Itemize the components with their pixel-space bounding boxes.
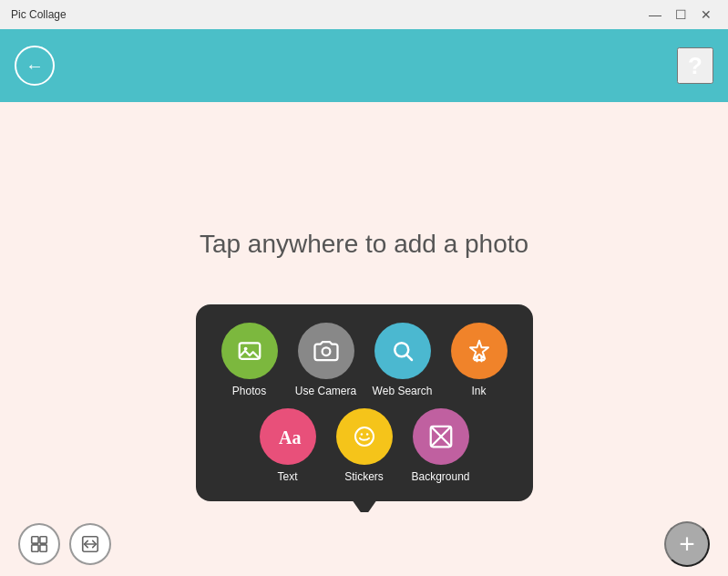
main-content[interactable]: Tap anywhere to add a photo Photos [0, 102, 728, 576]
svg-text:Aa: Aa [279, 427, 301, 447]
stickers-label: Stickers [344, 470, 384, 483]
use-camera-label: Use Camera [295, 385, 356, 397]
svg-point-2 [322, 347, 330, 355]
menu-item-web-search[interactable]: Web Search [371, 323, 435, 397]
share-icon [80, 534, 100, 554]
ink-icon [466, 337, 493, 365]
stickers-icon [351, 423, 378, 450]
bottom-bar: + [0, 512, 728, 576]
help-icon: ? [688, 52, 702, 80]
svg-point-7 [360, 433, 363, 436]
close-button[interactable]: ✕ [695, 5, 717, 24]
photos-icon-circle [221, 323, 278, 379]
grid-view-button[interactable] [18, 523, 60, 565]
photos-icon [236, 337, 263, 365]
svg-rect-13 [40, 537, 46, 543]
add-icon: + [679, 529, 695, 560]
background-icon [427, 423, 455, 450]
tap-prompt: Tap anywhere to add a photo [200, 230, 528, 259]
menu-item-text[interactable]: Aa Text [256, 408, 320, 483]
svg-line-4 [406, 355, 412, 360]
web-search-icon-circle [374, 323, 431, 379]
title-bar: Pic Collage — ☐ ✕ [0, 0, 728, 29]
search-icon [389, 337, 416, 365]
ink-label: Ink [471, 385, 486, 397]
text-icon-circle: Aa [260, 408, 316, 465]
menu-item-ink[interactable]: Ink [447, 323, 511, 397]
stickers-icon-circle [336, 408, 393, 465]
bottom-left-buttons [18, 523, 111, 565]
app-title: Pic Collage [11, 8, 67, 21]
app-header: ← ? [0, 29, 728, 102]
menu-row-1: Photos Use Camera Web [218, 323, 511, 397]
svg-point-6 [355, 427, 374, 446]
window-controls: — ☐ ✕ [644, 5, 717, 24]
add-button[interactable]: + [664, 521, 710, 567]
menu-item-use-camera[interactable]: Use Camera [294, 323, 358, 397]
minimize-button[interactable]: — [644, 5, 666, 24]
text-label: Text [277, 470, 297, 483]
svg-rect-14 [32, 545, 38, 551]
camera-icon [313, 337, 340, 365]
ink-icon-circle [451, 323, 508, 379]
photos-label: Photos [232, 385, 266, 397]
svg-point-1 [243, 347, 247, 351]
svg-rect-12 [32, 537, 38, 543]
grid-icon [29, 534, 49, 554]
svg-point-8 [365, 433, 368, 436]
menu-item-background[interactable]: Background [409, 408, 473, 483]
popup-menu: Photos Use Camera Web [196, 304, 533, 501]
web-search-label: Web Search [373, 385, 433, 397]
share-button[interactable] [69, 523, 111, 565]
restore-button[interactable]: ☐ [670, 5, 692, 24]
back-icon: ← [26, 56, 44, 77]
text-icon: Aa [274, 423, 302, 450]
back-button[interactable]: ← [15, 46, 55, 86]
help-button[interactable]: ? [677, 47, 713, 84]
menu-item-stickers[interactable]: Stickers [333, 408, 396, 483]
background-icon-circle [413, 408, 469, 465]
menu-item-photos[interactable]: Photos [218, 323, 282, 397]
svg-rect-15 [40, 545, 46, 551]
use-camera-icon-circle [298, 323, 354, 379]
menu-row-2: Aa Text Stickers [256, 408, 473, 483]
background-label: Background [411, 470, 469, 483]
